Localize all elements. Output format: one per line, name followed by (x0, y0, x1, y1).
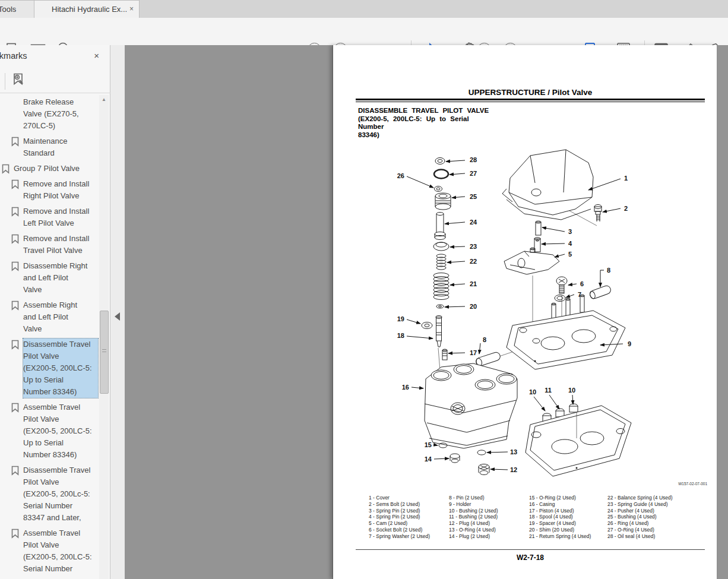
part-bushing-25 (435, 193, 451, 210)
part-pusher-24 (435, 213, 445, 240)
bookmark-item[interactable]: Disassemble Right and Left Pilot Valve (0, 260, 100, 296)
bookmark-item[interactable]: Assemble Right and Left Pilot Valve (0, 299, 100, 335)
diagram-callout-number: 10 (568, 387, 575, 394)
part-oring-27 (434, 170, 448, 179)
bookmark-label: Group 7 Pilot Valve (14, 163, 97, 175)
sidebar-scrollbar[interactable]: ▲ (99, 95, 109, 579)
document-canvas[interactable]: UPPERSTRUCTURE / Pilot Valve DISASSEMBLE… (125, 45, 728, 579)
diagram-callout-number: 27 (470, 170, 477, 177)
part-list-entry: 22 - Balance Spring (4 Used) (607, 495, 673, 501)
diagram-callout-number: 18 (397, 332, 404, 339)
part-list-entry: 20 - Shim (20 Used) (529, 527, 591, 533)
bookmark-icon (11, 234, 19, 246)
bookmark-icon (11, 466, 19, 478)
part-holder (526, 404, 631, 476)
part-spacer-19 (422, 322, 432, 329)
bookmark-item[interactable]: Maintenance Standard (0, 135, 100, 159)
diagram-callout-number: 13 (510, 448, 517, 455)
bookmark-item[interactable]: Disassemble Travel Pilot Valve (EX200-5,… (0, 338, 100, 398)
bookmark-label: Maintenance Standard (23, 135, 98, 159)
part-list-entry: 15 - O-Ring (2 Used) (529, 495, 591, 501)
diagram-callout-number: 19 (397, 315, 404, 322)
part-list-entry: 7 - Spring Washer (2 Used) (369, 533, 430, 540)
part-list-entry: 26 - Ring (4 Used) (607, 520, 673, 527)
bookmark-label: Remove and Install Left Pilot Valve (23, 205, 98, 229)
part-list-entry: 6 - Socket Bolt (2 Used) (369, 527, 430, 533)
parts-column-2: 8 - Pin (2 Used)9 - Holder10 - Bushing (… (449, 495, 498, 540)
part-oil-seal (435, 158, 445, 164)
part-list-entry: 3 - Spring Pin (2 Used) (369, 508, 430, 514)
tab-close-icon[interactable]: × (129, 1, 134, 18)
part-list-entry: 19 - Spacer (4 Used) (529, 520, 591, 527)
part-list-entry: 17 - Piston (4 Used) (529, 508, 591, 514)
part-list-entry: 1 - Cover (369, 495, 430, 501)
part-shim-20 (436, 305, 444, 308)
part-cam (504, 248, 559, 274)
part-spool-18 (436, 316, 442, 347)
scrollbar-up-arrow[interactable]: ▲ (99, 95, 109, 105)
section-heading: DISASSEMBLE TRAVEL PILOT VALVE (EX200-5,… (358, 107, 491, 139)
part-list-entry: 5 - Cam (2 Used) (369, 520, 430, 527)
acrobat-window: { "tabs": { "tools_label": "Tools", "doc… (0, 0, 728, 579)
bookmark-label: Brake Release Valve (EX270-5, 270LC-5) (23, 96, 98, 132)
bookmark-item[interactable]: Remove and Install Left Pilot Valve (0, 205, 100, 229)
diagram-callout-number: 15 (425, 441, 432, 448)
bookmark-icon (11, 207, 19, 219)
diagram-callout-number: 17 (470, 349, 477, 356)
part-list-entry: 11 - Bushing (2 Used) (449, 514, 498, 520)
page-header-title: UPPERSTRUCTURE / Pilot Valve (356, 88, 705, 97)
bookmark-item[interactable]: Brake Release Valve (EX270-5, 270LC-5) (0, 96, 100, 132)
bookmark-icon (11, 529, 19, 541)
panel-divider (0, 93, 110, 93)
bookmark-item[interactable]: Remove and Install Travel Pilot Valve (0, 233, 100, 257)
part-pin-left (475, 352, 501, 367)
bookmark-label: Assemble Travel Pilot Valve (EX200-5, 20… (23, 527, 98, 575)
part-list-entry: 23 - Spring Guide (4 Used) (607, 501, 673, 508)
bookmark-label: Disassemble Right and Left Pilot Valve (23, 260, 98, 296)
bookmark-icon (11, 340, 19, 352)
bookmark-item[interactable]: Assemble Travel Pilot Valve (EX200-5, 20… (0, 401, 100, 461)
part-balance-spring-22 (436, 254, 446, 270)
part-casing (507, 295, 625, 369)
scrollbar-thumb[interactable] (100, 311, 109, 394)
bookmark-item[interactable]: Remove and Install Right Pilot Valve (0, 178, 100, 202)
bookmark-item[interactable]: Assemble Travel Pilot Valve (EX200-5, 20… (0, 527, 100, 575)
bookmark-label: Disassemble Travel Pilot Valve (EX200-5,… (23, 338, 98, 398)
part-return-spring-21 (433, 273, 449, 300)
diagram-callout-number: 3 (568, 228, 572, 235)
part-piston-17 (442, 349, 447, 360)
bookmarks-list: Brake Release Valve (EX270-5, 270LC-5)Ma… (0, 96, 100, 578)
diagram-callout-number: 16 (402, 384, 409, 391)
part-pin-right (589, 284, 612, 299)
bookmark-icon (11, 403, 19, 415)
bookmark-label: Disassemble Travel Pilot Valve (EX200-5,… (23, 464, 98, 524)
part-spring-guide-23 (433, 242, 449, 251)
diagram-callout-number: 5 (568, 251, 572, 258)
exploded-view-diagram: 2827262524232221201918171615141312123456… (357, 143, 701, 493)
collapse-panel-arrow-icon[interactable] (115, 312, 120, 321)
panel-close-icon[interactable]: × (94, 50, 99, 61)
diagram-callout-number: 22 (470, 258, 477, 265)
bookmark-icon (2, 164, 10, 176)
part-list-entry: 10 - Bushing (2 Used) (449, 508, 498, 514)
part-list-entry: 13 - O-Ring (4 Used) (449, 527, 498, 533)
diagram-callout-number: 20 (470, 303, 477, 310)
tab-document[interactable]: Hitachi Hydraulic Ex... × (34, 0, 140, 18)
part-list-entry: 16 - Casing (529, 501, 591, 508)
bookmark-options-icon[interactable] (12, 72, 25, 90)
bookmarks-panel: Bookmarks × Brake Release Valve (EX270-5… (0, 45, 110, 579)
diagram-callout-number: 7 (578, 291, 581, 298)
scrollbar-grip (102, 349, 106, 352)
parts-column-4: 22 - Balance Spring (4 Used)23 - Spring … (607, 495, 673, 540)
figure-reference: W157-02-07-001 (630, 482, 707, 486)
part-list-entry: 18 - Spool (4 Used) (529, 514, 591, 520)
bookmark-item[interactable]: Group 7 Pilot Valve (0, 163, 100, 175)
bookmark-label: Remove and Install Right Pilot Valve (23, 178, 98, 202)
bookmark-item[interactable]: Disassemble Travel Pilot Valve (EX200-5,… (0, 464, 100, 524)
part-list-entry: 25 - Bushing (4 Used) (607, 514, 673, 520)
bookmarks-panel-title: Bookmarks (0, 51, 27, 61)
diagram-callout-number: 1 (624, 175, 628, 182)
diagram-callout-number: 21 (470, 280, 477, 287)
part-valve-body (425, 363, 517, 448)
bookmark-label: Assemble Travel Pilot Valve (EX200-5, 20… (23, 401, 98, 461)
